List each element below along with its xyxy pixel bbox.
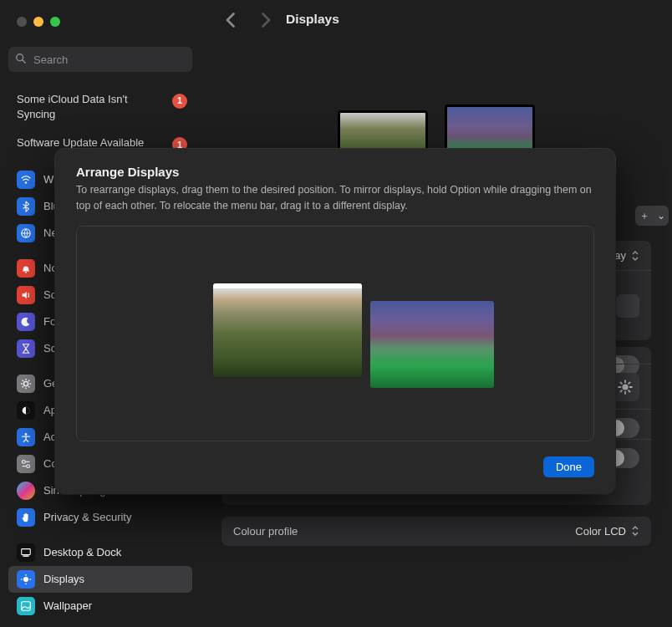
modal-footer: Done (76, 456, 594, 477)
done-button[interactable]: Done (543, 456, 594, 477)
display-wallpaper-preview (370, 301, 494, 388)
arrange-canvas[interactable] (76, 226, 594, 441)
modal-backdrop: Arrange Displays To rearrange displays, … (0, 0, 672, 627)
modal-title: Arrange Displays (76, 165, 594, 179)
arrange-display-primary[interactable] (213, 283, 362, 377)
arrange-display-secondary[interactable] (370, 301, 494, 388)
arrange-displays-modal: Arrange Displays To rearrange displays, … (55, 149, 615, 494)
display-wallpaper-preview (213, 288, 362, 377)
modal-description: To rearrange displays, drag them to the … (76, 182, 594, 214)
